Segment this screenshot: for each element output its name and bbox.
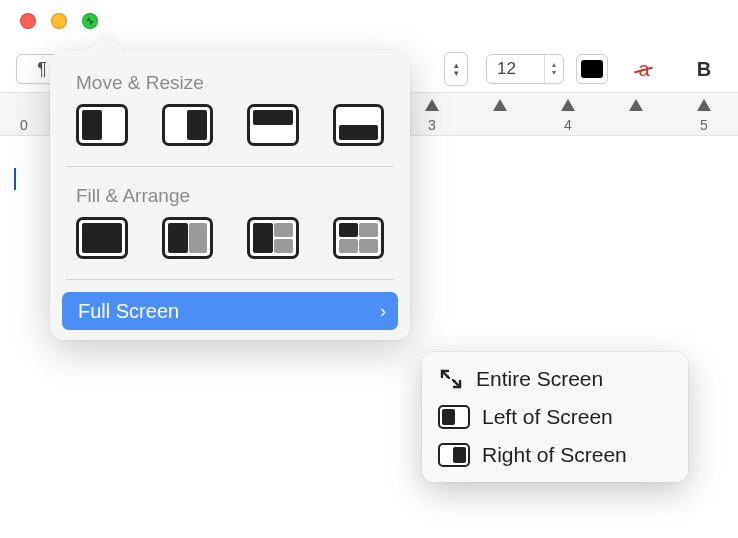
right-of-screen-icon <box>438 443 470 467</box>
ruler-label-3: 3 <box>428 117 436 133</box>
fullscreen-glyph-icon <box>85 16 95 26</box>
ruler-tab-marker-icon[interactable] <box>561 99 575 111</box>
window-title-bar <box>0 0 738 42</box>
tile-right-half-icon[interactable] <box>162 104 214 146</box>
ruler-tab-marker-icon[interactable] <box>629 99 643 111</box>
popover-divider <box>66 166 394 167</box>
ruler-tab-marker-icon[interactable] <box>493 99 507 111</box>
submenu-left-of-screen[interactable]: Left of Screen <box>428 398 682 436</box>
minimize-window-button[interactable] <box>51 13 67 29</box>
ruler-label-4: 4 <box>564 117 572 133</box>
text-cursor <box>14 168 16 190</box>
chevron-right-icon: › <box>380 301 386 322</box>
window-tiling-popover: Move & Resize Fill & Arrange <box>50 50 410 340</box>
submenu-entire-screen[interactable]: Entire Screen <box>428 360 682 398</box>
left-of-screen-icon <box>438 405 470 429</box>
fill-arrange-heading: Fill & Arrange <box>50 179 410 217</box>
bold-glyph: B <box>697 58 711 81</box>
submenu-item-label: Entire Screen <box>476 367 603 391</box>
ruler-tab-marker-icon[interactable] <box>425 99 439 111</box>
arrange-left-right-icon[interactable] <box>162 217 214 259</box>
submenu-right-of-screen[interactable]: Right of Screen <box>428 436 682 474</box>
full-screen-submenu: Entire Screen Left of Screen Right of Sc… <box>422 352 688 482</box>
color-swatch-black <box>581 60 603 78</box>
ruler-label-0: 0 <box>20 117 28 133</box>
font-size-field[interactable]: 12 ▴▾ <box>486 54 564 84</box>
text-color-swatch[interactable] <box>576 54 608 84</box>
fullscreen-window-button[interactable] <box>82 13 98 29</box>
full-screen-menu-item[interactable]: Full Screen › <box>62 292 398 330</box>
strikethrough-color-button[interactable]: a <box>624 55 664 83</box>
font-size-value: 12 <box>497 59 516 79</box>
tile-bottom-half-icon[interactable] <box>333 104 385 146</box>
strike-sample: a <box>638 58 649 81</box>
tile-top-half-icon[interactable] <box>247 104 299 146</box>
submenu-item-label: Right of Screen <box>482 443 627 467</box>
entire-screen-icon <box>438 367 464 391</box>
font-stepper-arrows[interactable]: ▴▾ <box>444 52 468 86</box>
font-size-stepper[interactable]: ▴▾ <box>544 55 563 83</box>
bold-button[interactable]: B <box>690 55 718 83</box>
fill-arrange-row <box>50 217 410 277</box>
move-resize-heading: Move & Resize <box>50 66 410 104</box>
ruler-tab-marker-icon[interactable] <box>697 99 711 111</box>
arrange-left-stack-icon[interactable] <box>247 217 299 259</box>
arrange-quadrants-icon[interactable] <box>333 217 385 259</box>
tile-left-half-icon[interactable] <box>76 104 128 146</box>
submenu-item-label: Left of Screen <box>482 405 613 429</box>
full-screen-label: Full Screen <box>78 300 179 323</box>
fill-screen-icon[interactable] <box>76 217 128 259</box>
close-window-button[interactable] <box>20 13 36 29</box>
paragraph-glyph: ¶ <box>37 59 47 80</box>
ruler-label-5: 5 <box>700 117 708 133</box>
popover-divider <box>66 279 394 280</box>
move-resize-row <box>50 104 410 164</box>
